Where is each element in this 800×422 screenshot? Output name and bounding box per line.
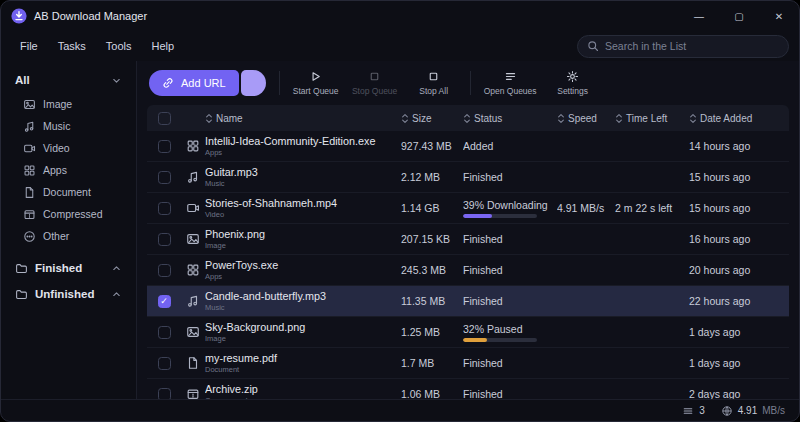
file-size: 207.15 KB — [401, 233, 463, 245]
table-row[interactable]: PowerToys.exe Apps 245.3 MB Finished 20 … — [147, 255, 789, 286]
sidebar-item-apps[interactable]: Apps — [9, 159, 128, 181]
table-row[interactable]: my-resume.pdf Document 1.7 MB Finished 1… — [147, 348, 789, 379]
file-status: Added — [463, 140, 557, 152]
row-checkbox[interactable] — [147, 357, 181, 370]
stop-all-button[interactable]: Stop All — [411, 70, 457, 96]
sidebar-item-music[interactable]: Music — [9, 115, 128, 137]
search-input[interactable] — [605, 40, 779, 52]
list-icon — [682, 405, 694, 417]
menu-file[interactable]: File — [11, 36, 47, 56]
file-status-cell: 39% Downloading — [463, 199, 557, 218]
sidebar-item-compressed[interactable]: Compressed — [9, 203, 128, 225]
column-header-date-added[interactable]: Date Added — [689, 113, 789, 124]
file-status-cell: Finished — [463, 264, 557, 276]
active-downloads-indicator[interactable]: 3 — [682, 405, 705, 417]
music-icon — [181, 170, 205, 184]
add-url-button[interactable]: Add URL — [149, 70, 239, 96]
table-row[interactable]: Stories-of-Shahnameh.mp4 Video 1.14 GB 3… — [147, 193, 789, 224]
global-speed-unit: MB/s — [762, 405, 785, 416]
table-row[interactable]: IntelliJ-Idea-Community-Edition.exe Apps… — [147, 131, 789, 162]
active-downloads-count: 3 — [699, 405, 705, 416]
main-panel: Add URL Start Queue Stop Queue Stop All — [137, 61, 799, 399]
table-row[interactable]: Archive.zip Compressed 1.06 MB Finished … — [147, 379, 789, 399]
settings-label: Settings — [557, 86, 588, 96]
video-icon — [23, 142, 36, 155]
file-name: PowerToys.exe — [205, 259, 393, 272]
select-all-checkbox[interactable] — [147, 112, 181, 125]
table-row[interactable]: Sky-Background.png Image 1.25 MB 32% Pau… — [147, 317, 789, 348]
content-area: All Image Music Video Apps Document — [1, 61, 799, 399]
sort-icon — [689, 113, 697, 124]
file-name: my-resume.pdf — [205, 352, 393, 365]
add-url-menu-button[interactable] — [241, 70, 266, 96]
open-queues-button[interactable]: Open Queues — [484, 70, 537, 96]
apps-icon — [181, 139, 205, 153]
row-checkbox[interactable] — [147, 388, 181, 400]
global-speed-indicator[interactable]: 4.91 MB/s — [721, 405, 785, 417]
row-checkbox[interactable] — [147, 171, 181, 184]
global-speed-value: 4.91 — [738, 405, 757, 416]
app-window: AB Download Manager — ▢ ✕ File Tasks Too… — [0, 0, 800, 422]
file-status: 32% Paused — [463, 323, 557, 335]
sort-icon — [401, 113, 409, 124]
start-queue-button[interactable]: Start Queue — [293, 70, 339, 96]
search-icon — [587, 40, 599, 52]
music-icon — [23, 120, 36, 133]
toolbar-divider — [470, 71, 471, 95]
sidebar-item-label: Image — [43, 98, 72, 110]
close-button[interactable]: ✕ — [759, 1, 799, 31]
image-icon — [181, 232, 205, 246]
sidebar-group-all[interactable]: All — [9, 67, 128, 93]
minimize-button[interactable]: — — [679, 1, 719, 31]
column-header-speed[interactable]: Speed — [557, 113, 615, 124]
row-checkbox[interactable] — [147, 233, 181, 246]
sidebar-group-unfinished[interactable]: Unfinished — [9, 281, 128, 307]
file-name-cell: my-resume.pdf Document — [205, 352, 401, 374]
row-checkbox[interactable] — [147, 140, 181, 153]
column-header-status[interactable]: Status — [463, 113, 557, 124]
settings-button[interactable]: Settings — [550, 70, 596, 96]
file-name: Sky-Background.png — [205, 321, 393, 334]
menu-tools[interactable]: Tools — [97, 36, 141, 56]
menu-tasks[interactable]: Tasks — [49, 36, 95, 56]
row-checkbox[interactable] — [147, 326, 181, 339]
gear-icon — [566, 70, 579, 83]
image-icon — [23, 98, 36, 111]
file-status: Finished — [463, 388, 557, 399]
sidebar-item-video[interactable]: Video — [9, 137, 128, 159]
status-bar: 3 4.91 MB/s — [1, 399, 799, 421]
table-row[interactable]: Candle-and-butterfly.mp3 Music 11.35 MB … — [147, 286, 789, 317]
table-row[interactable]: Phoenix.png Image 207.15 KB Finished 16 … — [147, 224, 789, 255]
queues-icon — [504, 70, 517, 83]
table-header-row: Name Size Status Speed — [147, 105, 789, 131]
file-size: 2.12 MB — [401, 171, 463, 183]
column-header-size[interactable]: Size — [401, 113, 463, 124]
sidebar-group-finished[interactable]: Finished — [9, 255, 128, 281]
file-status-cell: Finished — [463, 388, 557, 399]
file-date-added: 20 hours ago — [689, 264, 789, 276]
file-name-cell: Candle-and-butterfly.mp3 Music — [205, 290, 401, 312]
sidebar-group-finished-label: Finished — [35, 262, 82, 274]
table-row[interactable]: Guitar.mp3 Music 2.12 MB Finished 15 hou… — [147, 162, 789, 193]
sidebar-item-label: Document — [43, 186, 91, 198]
column-header-time-left[interactable]: Time Left — [615, 113, 689, 124]
sidebar-item-image[interactable]: Image — [9, 93, 128, 115]
maximize-button[interactable]: ▢ — [719, 1, 759, 31]
file-type-label: Music — [205, 303, 393, 312]
sidebar-item-other[interactable]: Other — [9, 225, 128, 247]
column-header-name[interactable]: Name — [205, 113, 401, 124]
menu-help[interactable]: Help — [143, 36, 184, 56]
file-name-cell: PowerToys.exe Apps — [205, 259, 401, 281]
sort-icon — [557, 113, 565, 124]
row-checkbox[interactable] — [147, 264, 181, 277]
start-queue-label: Start Queue — [293, 86, 339, 96]
sidebar-item-document[interactable]: Document — [9, 181, 128, 203]
file-name-cell: IntelliJ-Idea-Community-Edition.exe Apps — [205, 135, 401, 157]
row-checkbox[interactable] — [147, 295, 181, 308]
other-icon — [23, 230, 36, 243]
file-size: 1.25 MB — [401, 326, 463, 338]
search-box[interactable] — [577, 35, 789, 58]
stop-queue-button[interactable]: Stop Queue — [352, 70, 398, 96]
row-checkbox[interactable] — [147, 202, 181, 215]
compressed-icon — [181, 387, 205, 399]
